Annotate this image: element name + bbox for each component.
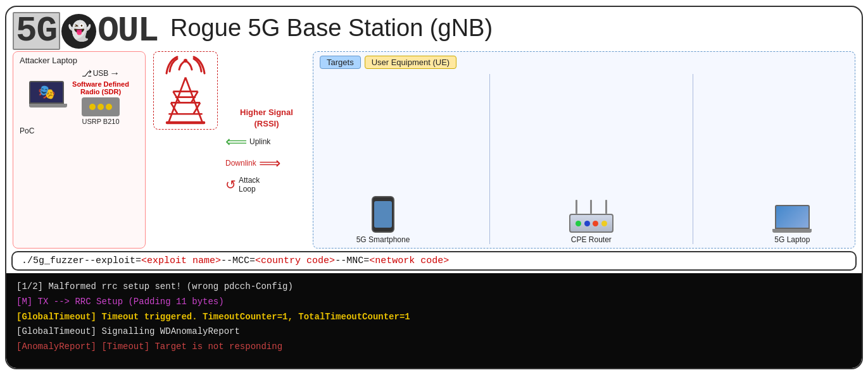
targets-badge: Targets: [320, 56, 361, 69]
cmd-arg1: --exploit=: [84, 255, 141, 266]
terminal-line-2: [M] TX --> RRC Setup (Padding 11 bytes): [16, 295, 852, 310]
usrp-label: USRP B210: [82, 118, 119, 125]
term-line2-text: [M] TX --> RRC Setup (Padding 11 bytes): [16, 297, 224, 307]
tower-dashed-box: [153, 51, 218, 130]
attacker-label: Attacker Laptop: [20, 56, 77, 65]
cmd-prompt: ./5g_fuzzer: [22, 255, 84, 266]
logo-ghost: 👻: [61, 14, 96, 49]
top-row: 5G 👻 OUL Rogue 5G Base Station (gNB): [6, 7, 862, 51]
smartphone-icon: [372, 196, 394, 233]
term-line4-text: [GlobalTimeout] Signalling WDAnomalyRepo…: [16, 326, 240, 336]
laptop-base: [29, 104, 67, 108]
higher-signal-text: Higher Signal(RSSI): [240, 108, 293, 128]
cmd-mnc: <network code>: [369, 255, 449, 266]
svg-line-2: [186, 77, 203, 122]
cmd-mcc: <country code>: [255, 255, 335, 266]
term-line5-text: [AnomalyReport] [Timeout] Target is not …: [16, 341, 282, 352]
ghost-icon: 👻: [68, 22, 90, 40]
attacker-laptop-icon: 🎭: [29, 81, 67, 113]
page-title: Rogue 5G Base Station (gNB): [170, 15, 493, 42]
led-yellow: [601, 221, 607, 226]
terminal-section: [1/2] Malformed rrc setup sent! (wrong p…: [6, 273, 862, 368]
divider-2: [693, 74, 693, 244]
sdr-area: Software DefinedRadio (SDR) USRP B210: [72, 80, 129, 125]
terminal-line-1: [1/2] Malformed rrc setup sent! (wrong p…: [16, 280, 852, 295]
uplink-label: Uplink: [249, 137, 270, 146]
svg-rect-11: [166, 121, 205, 124]
arrows-section: Higher Signal(RSSI) ⟸ Uplink Downlink ⟹ …: [225, 51, 308, 249]
diagram-row: Attacker Laptop 🎭 ⎇ USB →: [6, 51, 862, 249]
command-section: ./5g_fuzzer --exploit=<exploit name> --M…: [11, 251, 857, 271]
smartphone-label: 5G Smartphone: [356, 235, 410, 244]
led-blue: [584, 221, 590, 226]
higher-signal-label: Higher Signal(RSSI): [225, 106, 308, 129]
cmd-arg2: --MCC=: [221, 255, 255, 266]
cmd-exploit: <exploit name>: [141, 255, 221, 266]
antenna-2: [590, 200, 592, 214]
uplink-row: ⟸ Uplink: [225, 133, 270, 151]
laptop-label: 5G Laptop: [774, 235, 810, 244]
laptop-screen: 🎭: [29, 81, 64, 104]
targets-box: Targets User Equipment (UE) 5G Smartphon…: [313, 51, 855, 249]
signal-waves-svg: [163, 56, 208, 75]
led-red: [593, 221, 598, 226]
sdr-label: Software DefinedRadio (SDR): [72, 80, 129, 95]
led-green: [576, 221, 581, 226]
ue-badge: User Equipment (UE): [365, 56, 457, 69]
antenna-3: [605, 200, 607, 214]
attack-loop-row: ↺ AttackLoop: [225, 176, 260, 194]
poc-label: PoC: [20, 126, 34, 135]
targets-header: Targets User Equipment (UE): [320, 56, 848, 69]
attack-loop-label: AttackLoop: [239, 176, 260, 194]
terminal-line-4: [GlobalTimeout] Signalling WDAnomalyRepo…: [16, 324, 852, 340]
knob-1: [89, 104, 96, 110]
ue-devices: 5G Smartphone: [320, 74, 848, 244]
router-antennas: [569, 200, 613, 214]
knob-2: [97, 104, 104, 110]
arrow-right-icon: →: [110, 68, 120, 79]
knob-3: [106, 104, 112, 110]
device-router: CPE Router: [569, 200, 613, 244]
main-container: 5G 👻 OUL Rogue 5G Base Station (gNB) Att…: [5, 6, 863, 369]
tower-section: [151, 51, 220, 249]
logo-5g: 5G: [13, 12, 60, 50]
router-icon: [569, 200, 613, 233]
svg-line-1: [168, 77, 186, 122]
divider-1: [489, 74, 490, 244]
ue-laptop-base: [772, 229, 812, 233]
downlink-row: Downlink ⟹: [225, 154, 280, 172]
attacker-box: Attacker Laptop 🎭 ⎇ USB →: [13, 51, 146, 249]
router-body: [569, 214, 613, 233]
svg-point-0: [184, 59, 187, 63]
sdr-knobs: [89, 104, 112, 110]
ue-laptop-screen: [775, 205, 810, 229]
usb-icon: ⎇: [82, 68, 92, 78]
device-smartphone: 5G Smartphone: [356, 196, 410, 244]
device-laptop: 5G Laptop: [772, 205, 812, 244]
term-line1-text: [1/2] Malformed rrc setup sent! (wrong p…: [16, 281, 293, 292]
ue-laptop-icon: [772, 205, 812, 233]
smartphone-screen: [374, 201, 392, 228]
mask-icon: 🎭: [38, 84, 55, 101]
usb-label: USB: [93, 69, 109, 78]
loop-icon: ↺: [225, 177, 236, 192]
term-line3-text: [GlobalTimeout] Timeout triggered. Timeo…: [16, 312, 410, 322]
logo-oul: OUL: [97, 13, 158, 49]
usb-row: ⎇ USB →: [82, 68, 120, 79]
logo: 5G 👻 OUL: [13, 12, 158, 50]
cmd-arg3: --MNC=: [335, 255, 369, 266]
tower-svg: [160, 75, 211, 125]
attacker-inner: 🎭 ⎇ USB → Software DefinedRadio (SDR): [29, 68, 129, 125]
terminal-line-5: [AnomalyReport] [Timeout] Target is not …: [16, 340, 852, 355]
sdr-device-icon: [82, 97, 120, 116]
router-label: CPE Router: [571, 235, 612, 244]
downlink-arrow-icon: ⟹: [259, 154, 280, 172]
downlink-label: Downlink: [225, 159, 256, 168]
header-right: Rogue 5G Base Station (gNB): [158, 12, 855, 42]
uplink-arrow-icon: ⟸: [225, 133, 247, 151]
header-left: 5G 👻 OUL: [13, 12, 158, 50]
terminal-line-3: [GlobalTimeout] Timeout triggered. Timeo…: [16, 310, 852, 325]
antenna-1: [576, 200, 577, 214]
